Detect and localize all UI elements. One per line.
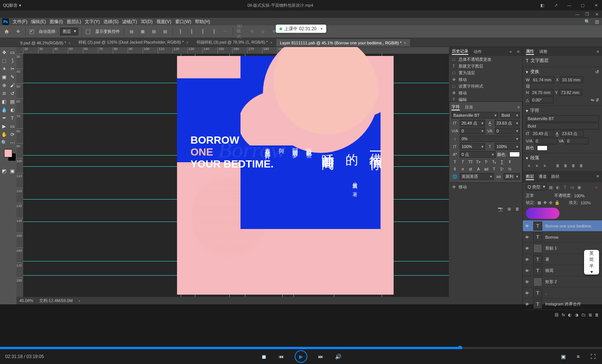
fullscreen-icon[interactable]: ⛶: [589, 353, 597, 360]
font-weight-dropdown[interactable]: Bold: [500, 112, 520, 119]
superscript-button[interactable]: Tⁱ: [483, 159, 490, 165]
bold-button[interactable]: T: [452, 159, 458, 165]
ps-restore-icon[interactable]: ❐: [584, 11, 590, 17]
align-left-button[interactable]: ≡: [526, 163, 533, 169]
tab-layers[interactable]: 图层: [526, 174, 534, 180]
prev-button[interactable]: ⏮: [277, 353, 285, 360]
ps-logo-icon[interactable]: Ps: [2, 18, 9, 25]
prop-y-field[interactable]: 73.82 mm: [559, 89, 582, 96]
menu-file[interactable]: 文件(F): [13, 19, 27, 25]
close-tab-icon[interactable]: ×: [270, 40, 272, 45]
justify-center-button[interactable]: ≣: [562, 163, 569, 169]
justify-left-button[interactable]: ≣: [554, 163, 561, 169]
menu-type[interactable]: 文字(Y): [85, 19, 100, 25]
history-item[interactable]: T新建文字图层: [449, 63, 522, 69]
panel-menu-icon[interactable]: ≡: [517, 49, 519, 54]
justify-right-button[interactable]: ≣: [570, 163, 577, 169]
pip-icon[interactable]: ◧: [539, 2, 545, 8]
antialias-dropdown[interactable]: 犀利: [503, 173, 520, 180]
tab-actions[interactable]: 动作: [474, 49, 482, 54]
hand-tool[interactable]: ✋: [0, 131, 8, 138]
shape-tool[interactable]: ▭: [9, 122, 16, 130]
align-right-button[interactable]: ≡: [542, 163, 548, 169]
crop-tool[interactable]: ✂: [9, 65, 16, 72]
fx-icon[interactable]: fx: [562, 313, 565, 317]
mask-icon[interactable]: ◐: [568, 313, 572, 317]
prop-x-field[interactable]: 10.16 mm: [560, 76, 583, 83]
panel-menu-icon[interactable]: ≡: [597, 49, 599, 54]
play-button[interactable]: ▶: [295, 350, 307, 363]
search-icon[interactable]: 🔍: [584, 19, 590, 25]
adjustment-icon[interactable]: ◑: [575, 313, 578, 317]
visibility-icon[interactable]: 👁: [525, 235, 530, 239]
char-color-swatch[interactable]: [509, 152, 520, 157]
filter-smart-icon[interactable]: ▣: [577, 185, 582, 190]
distribute-left-icon[interactable]: ┇: [210, 28, 218, 35]
status-caret-icon[interactable]: ›: [79, 298, 80, 303]
layer-filter-dropdown[interactable]: Q 类型: [526, 184, 547, 191]
tab-character[interactable]: 字符: [452, 104, 460, 110]
history-brush-tool[interactable]: ↺: [9, 90, 16, 97]
blur-tool[interactable]: 💧: [0, 106, 8, 113]
layer-item[interactable]: 👁TBorrow: [523, 232, 602, 243]
stop-button[interactable]: ◼: [260, 353, 268, 360]
close-tab-icon[interactable]: ×: [186, 40, 188, 45]
layer-item[interactable]: 👁TInstagram 跨界合作: [523, 299, 602, 310]
lock-position-icon[interactable]: ✥: [543, 200, 547, 205]
flip-h-icon[interactable]: ⇋: [591, 98, 594, 103]
prop-color-swatch[interactable]: [537, 145, 547, 151]
history-item[interactable]: □置为顶层: [449, 69, 522, 76]
auto-select-checkbox[interactable]: [30, 29, 34, 34]
underline-button[interactable]: T: [499, 159, 505, 165]
para-caret-icon[interactable]: ▾: [526, 156, 528, 161]
history-item[interactable]: ✥移动: [449, 76, 522, 83]
justify-all-button[interactable]: ≣: [578, 163, 584, 169]
close-tab-icon[interactable]: ×: [68, 41, 71, 45]
distribute-bottom-icon[interactable]: ┇: [199, 28, 207, 35]
prop-size-field[interactable]: 20.49 点: [531, 130, 554, 137]
history-item[interactable]: □设置字符样式: [449, 83, 522, 90]
ruler-vertical[interactable]: 3040506070809010011012013014015016017018…: [16, 54, 23, 304]
tab-adjustments[interactable]: 调整: [539, 49, 547, 54]
menu-edit[interactable]: 编辑(E): [31, 19, 46, 25]
delete-layer-icon[interactable]: 🗑: [595, 313, 599, 317]
transform-caret-icon[interactable]: ▾: [526, 69, 528, 75]
panel-menu-icon[interactable]: ≡: [597, 174, 599, 180]
maximize-icon[interactable]: ▢: [580, 2, 586, 8]
tab-channels[interactable]: 通道: [539, 174, 547, 180]
next-button[interactable]: ⏭: [317, 353, 325, 360]
stamp-tool[interactable]: ⧈: [0, 90, 8, 97]
link-layers-icon[interactable]: ⛓: [555, 313, 559, 317]
filter-shape-icon[interactable]: ▭: [570, 185, 575, 190]
visibility-icon[interactable]: 👁: [525, 246, 530, 251]
menu-filter[interactable]: 滤镜(T): [122, 19, 137, 25]
subscript-button[interactable]: T₁: [491, 159, 497, 165]
lock-pixels-icon[interactable]: ▦: [537, 200, 541, 205]
show-transform-checkbox[interactable]: [86, 29, 90, 34]
path-select-tool[interactable]: ▶: [0, 122, 8, 130]
live-class-indicator[interactable]: 上课中 02:31:20: [276, 25, 326, 33]
menu-window[interactable]: 窗口(W): [175, 19, 191, 25]
filter-adjust-icon[interactable]: ◐: [555, 185, 561, 190]
distribute-vcenter-icon[interactable]: ┇: [188, 28, 195, 35]
doc-tab-1[interactable]: 样机 (2).psd @ 126% (Dust Jacked Placehold…: [75, 38, 192, 47]
hscale2-field[interactable]: 100%: [495, 143, 520, 150]
prop-h-field[interactable]: 24.75 mm: [530, 89, 553, 96]
filter-toggle-icon[interactable]: ●: [593, 185, 599, 190]
menu-help[interactable]: 帮助(H): [195, 19, 210, 25]
close-tab-icon[interactable]: ×: [404, 41, 406, 45]
workspace-icon[interactable]: ▥: [594, 19, 600, 25]
prop-angle-field[interactable]: 0.00°: [530, 97, 553, 103]
artboard-tool[interactable]: ▭: [9, 48, 16, 56]
prop-weight-dropdown[interactable]: Bold: [526, 123, 599, 129]
tab-history[interactable]: 历史记录: [452, 48, 468, 55]
delete-state-icon[interactable]: 🗑: [515, 207, 519, 211]
menu-3d[interactable]: 3D(D): [141, 19, 153, 24]
ruler-horizontal[interactable]: 2030405060708090100110120130140150160170…: [23, 47, 449, 54]
leading-field[interactable]: 23.63 点: [495, 120, 520, 126]
dodge-tool[interactable]: ◐: [9, 106, 16, 113]
edit-toolbar[interactable]: ⋯: [9, 139, 16, 146]
minimize-icon[interactable]: —: [566, 2, 572, 8]
fi-button[interactable]: fi: [452, 166, 458, 172]
layer-item[interactable]: 👁T.: [523, 288, 602, 299]
